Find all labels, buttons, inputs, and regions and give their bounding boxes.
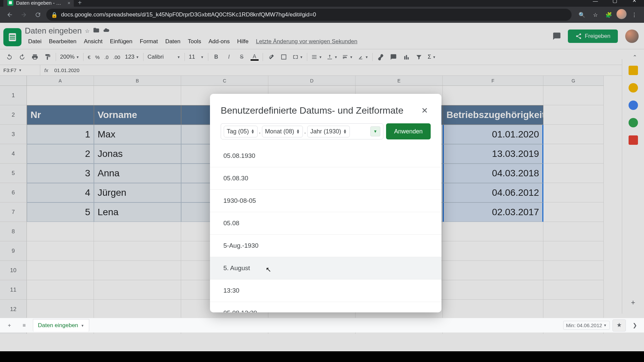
cell[interactable]	[443, 280, 543, 300]
cell[interactable]: Nr	[27, 105, 94, 125]
share-button[interactable]: Freigeben	[568, 29, 618, 43]
row-header[interactable]: 11	[0, 280, 27, 300]
chart-button[interactable]	[400, 51, 412, 63]
add-sheet-button[interactable]: +	[3, 319, 15, 331]
sheet-tab[interactable]: Daten eingeben▼	[33, 319, 89, 331]
cell[interactable]: 2	[27, 144, 94, 164]
cell[interactable]	[443, 241, 543, 261]
menu-icon[interactable]: ⋮	[629, 9, 640, 20]
cell[interactable]	[27, 300, 94, 319]
menu-format[interactable]: Format	[137, 37, 161, 46]
valign-button[interactable]: ▼	[325, 54, 339, 60]
tasks-icon[interactable]	[629, 101, 638, 110]
cell[interactable]	[443, 86, 543, 105]
column-header[interactable]: E	[356, 76, 443, 86]
last-edit[interactable]: Letzte Änderung vor wenigen Sekunden	[253, 37, 361, 46]
column-header[interactable]: A	[27, 76, 94, 86]
name-box[interactable]: F3:F7▼	[0, 65, 40, 75]
rotate-button[interactable]: ▼	[356, 54, 370, 60]
undo-button[interactable]	[3, 51, 15, 63]
comment-button[interactable]	[387, 51, 399, 63]
cell[interactable]	[543, 280, 604, 300]
column-header[interactable]: F	[443, 76, 543, 86]
cell[interactable]	[543, 125, 604, 144]
reload-button[interactable]	[32, 9, 44, 20]
url-input[interactable]: 🔒 docs.google.com/spreadsheets/d/15_k45N…	[46, 9, 572, 21]
row-header[interactable]: 10	[0, 261, 27, 280]
link-button[interactable]	[375, 51, 387, 63]
format-list[interactable]: 05.08.193005.08.301930-08-0505.085-Aug.-…	[210, 145, 441, 312]
menu-daten[interactable]: Daten	[162, 37, 184, 46]
stat-chip[interactable]: Min: 04.06.2012▼	[563, 321, 610, 330]
row-header[interactable]: 5	[0, 164, 27, 183]
row-header[interactable]: 6	[0, 183, 27, 202]
cell[interactable]: 1	[27, 125, 94, 144]
cell[interactable]	[543, 144, 604, 164]
cell[interactable]: 5	[27, 202, 94, 222]
decrease-decimal-button[interactable]: .0	[102, 54, 111, 60]
increase-decimal-button[interactable]: .00	[111, 54, 122, 60]
format-option[interactable]: 05.08.1930	[210, 145, 441, 167]
minimize-button[interactable]: —	[586, 0, 605, 7]
document-title[interactable]: Daten eingeben	[25, 26, 82, 36]
cell[interactable]: Max	[94, 125, 181, 144]
cell[interactable]: 3	[27, 164, 94, 183]
column-header[interactable]: D	[268, 76, 356, 86]
column-header[interactable]: C	[181, 76, 268, 86]
cell[interactable]	[543, 222, 604, 241]
cell[interactable]	[94, 280, 181, 300]
bold-button[interactable]: B	[210, 51, 222, 63]
cell[interactable]	[443, 261, 543, 280]
row-header[interactable]: 4	[0, 144, 27, 164]
maps-icon[interactable]	[629, 135, 638, 145]
cell[interactable]	[543, 241, 604, 261]
chip-day[interactable]: Tag (05)▲▼	[224, 126, 258, 137]
cell[interactable]	[543, 202, 604, 222]
add-part-button[interactable]: ▼	[370, 126, 380, 136]
cell[interactable]	[443, 300, 543, 319]
account-avatar[interactable]	[625, 29, 639, 43]
cell[interactable]: 02.03.2017	[443, 202, 543, 222]
keep-icon[interactable]	[629, 83, 638, 93]
zoom-icon[interactable]: 🔍	[576, 9, 588, 20]
close-window-button[interactable]: ✕	[625, 0, 644, 7]
cell[interactable]: Lena	[94, 202, 181, 222]
explore-button[interactable]	[612, 319, 626, 331]
menu-bearbeiten[interactable]: Bearbeiten	[46, 37, 80, 46]
chip-month[interactable]: Monat (08)▲▼	[262, 126, 303, 137]
cell[interactable]: 04.06.2012	[443, 183, 543, 202]
cell[interactable]	[94, 222, 181, 241]
format-option[interactable]: 05.08	[210, 212, 441, 235]
cloud-icon[interactable]	[103, 27, 110, 35]
cell[interactable]	[543, 164, 604, 183]
cell[interactable]: Jürgen	[94, 183, 181, 202]
row-header[interactable]: 8	[0, 222, 27, 241]
redo-button[interactable]	[16, 51, 28, 63]
row-header[interactable]: 1	[0, 86, 27, 105]
cell[interactable]: Vorname	[94, 105, 181, 125]
contacts-icon[interactable]	[629, 118, 638, 127]
cell[interactable]	[543, 261, 604, 280]
currency-button[interactable]: €	[86, 54, 92, 60]
all-sheets-button[interactable]: ≡	[18, 319, 30, 331]
menu-addons[interactable]: Add-ons	[205, 37, 233, 46]
close-icon[interactable]: ×	[67, 0, 70, 6]
cell[interactable]	[27, 280, 94, 300]
forward-button[interactable]	[18, 9, 30, 20]
row-header[interactable]: 7	[0, 202, 27, 222]
format-option[interactable]: 13:30	[210, 280, 441, 302]
merge-button[interactable]: ▼	[290, 54, 305, 60]
cell[interactable]: 01.01.2020	[443, 125, 543, 144]
star-icon[interactable]: ☆	[85, 28, 90, 34]
chip-year[interactable]: Jahr (1930)▲▼	[307, 126, 350, 137]
align-button[interactable]: ▼	[309, 54, 324, 60]
side-panel-toggle[interactable]: ❯	[629, 319, 641, 331]
cell[interactable]	[543, 300, 604, 319]
format-option[interactable]: 5-Aug.-1930	[210, 235, 441, 257]
italic-button[interactable]: I	[223, 51, 235, 63]
number-format-dropdown[interactable]: 123▼	[123, 54, 141, 60]
cell[interactable]	[543, 183, 604, 202]
menu-datei[interactable]: Datei	[25, 37, 45, 46]
column-header[interactable]: G	[543, 76, 604, 86]
row-header[interactable]: 2	[0, 105, 27, 125]
